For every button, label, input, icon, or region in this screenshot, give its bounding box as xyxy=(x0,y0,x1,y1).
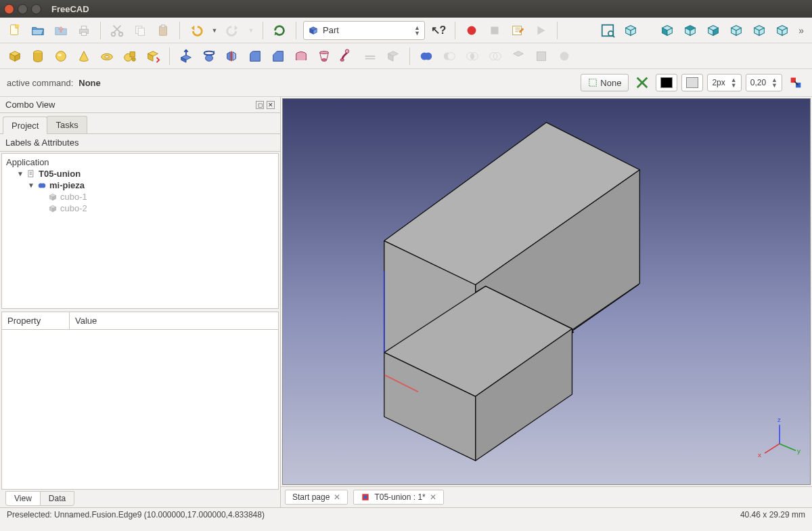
bottom-view-button[interactable] xyxy=(750,21,769,40)
workbench-selector[interactable]: Part ▲▼ xyxy=(303,21,425,40)
window-minimize-icon[interactable] xyxy=(18,4,28,14)
tab-tasks[interactable]: Tasks xyxy=(47,116,87,133)
close-tab-icon[interactable]: ✕ xyxy=(430,492,436,502)
svg-rect-38 xyxy=(537,51,546,60)
construction-mode-button[interactable] xyxy=(633,73,652,92)
part-torus-button[interactable] xyxy=(97,47,116,66)
rear-view-button[interactable] xyxy=(727,21,746,40)
svg-point-1 xyxy=(16,24,19,28)
top-view-button[interactable] xyxy=(681,21,700,40)
save-button[interactable] xyxy=(51,21,70,40)
svg-rect-14 xyxy=(602,24,614,36)
undo-menu-button[interactable]: ▼ xyxy=(210,21,219,40)
tree-expander-icon[interactable]: ▼ xyxy=(17,170,24,177)
cross-sections-button[interactable] xyxy=(532,47,551,66)
mirror-button[interactable] xyxy=(223,47,242,66)
svg-line-70 xyxy=(780,444,796,450)
line-color-swatch[interactable] xyxy=(656,74,677,91)
tree-header: Labels & Attributes xyxy=(0,134,280,152)
line-width-input[interactable]: 2px▲▼ xyxy=(707,74,741,91)
tab-start-page[interactable]: Start page ✕ xyxy=(285,490,348,505)
part-box-button[interactable] xyxy=(5,47,24,66)
tree-fusion[interactable]: ▼ mi-pieza xyxy=(28,179,275,191)
svg-point-39 xyxy=(560,51,569,60)
refresh-button[interactable] xyxy=(270,21,289,40)
svg-point-26 xyxy=(320,51,329,54)
fill-color-swatch[interactable] xyxy=(681,74,703,91)
copy-button[interactable] xyxy=(131,21,150,40)
window-maximize-icon[interactable] xyxy=(31,4,41,14)
model-tree[interactable]: Application ▼ T05-union ▼ mi-pieza cubo-… xyxy=(1,153,279,309)
toolbar-overflow-icon[interactable]: » xyxy=(796,25,807,36)
right-view-button[interactable] xyxy=(704,21,723,40)
status-dimensions: 40.46 x 29.29 mm xyxy=(740,510,805,519)
paste-button[interactable] xyxy=(154,21,173,40)
value-col-header[interactable]: Value xyxy=(70,312,102,329)
boolean-fuse-button[interactable] xyxy=(417,47,436,66)
draft-style-none-button[interactable]: None xyxy=(581,74,629,91)
panel-close-icon[interactable]: ✕ xyxy=(267,101,275,109)
offset-button[interactable] xyxy=(361,47,380,66)
tab-project[interactable]: Project xyxy=(3,116,47,134)
part-cone-button[interactable] xyxy=(74,47,93,66)
redo-button[interactable] xyxy=(223,21,242,40)
new-document-button[interactable] xyxy=(5,21,24,40)
part-builder-button[interactable] xyxy=(143,47,162,66)
ruled-surface-button[interactable] xyxy=(292,47,311,66)
3d-model-render-overlay: z y x xyxy=(283,99,810,484)
workbench-label: Part xyxy=(323,25,339,35)
svg-text:z: z xyxy=(777,416,781,423)
freecad-doc-icon xyxy=(361,492,370,502)
tab-data[interactable]: Data xyxy=(40,491,74,506)
part-sphere-button[interactable] xyxy=(51,47,70,66)
font-size-input[interactable]: 0,20▲▼ xyxy=(746,74,782,91)
svg-point-15 xyxy=(608,30,613,35)
status-bar: Preselected: Unnamed.Fusion.Edge9 (10.00… xyxy=(0,507,812,521)
apply-style-button[interactable] xyxy=(786,73,805,92)
sweep-button[interactable] xyxy=(338,47,357,66)
extrude-button[interactable] xyxy=(177,47,196,66)
undo-button[interactable] xyxy=(187,21,206,40)
front-view-button[interactable] xyxy=(658,21,677,40)
fit-all-button[interactable] xyxy=(598,21,617,40)
print-button[interactable] xyxy=(74,21,93,40)
loft-button[interactable] xyxy=(315,47,334,66)
boolean-cut-button[interactable] xyxy=(440,47,459,66)
draft-none-label: None xyxy=(600,78,621,88)
tree-cube-2[interactable]: cubo-2 xyxy=(39,203,275,214)
svg-point-28 xyxy=(345,49,349,53)
part-primitives-button[interactable] xyxy=(120,47,139,66)
macro-edit-button[interactable] xyxy=(508,21,527,40)
axonometric-view-button[interactable] xyxy=(621,21,640,40)
part-refine-button[interactable] xyxy=(555,47,574,66)
revolve-button[interactable] xyxy=(200,47,219,66)
macro-run-button[interactable] xyxy=(531,21,550,40)
macro-stop-button[interactable] xyxy=(485,21,504,40)
left-view-button[interactable] xyxy=(773,21,792,40)
panel-float-icon[interactable]: ◻ xyxy=(256,101,264,109)
toolbar-part xyxy=(0,43,812,69)
tab-document-view[interactable]: T05-union : 1* ✕ xyxy=(353,490,443,505)
3d-viewport[interactable]: z y x xyxy=(282,98,811,485)
svg-rect-43 xyxy=(28,170,33,176)
tree-expander-icon[interactable]: ▼ xyxy=(28,182,35,189)
part-cylinder-button[interactable] xyxy=(28,47,47,66)
close-tab-icon[interactable]: ✕ xyxy=(334,492,340,502)
open-button[interactable] xyxy=(28,21,47,40)
cut-button[interactable] xyxy=(108,21,127,40)
chamfer-button[interactable] xyxy=(269,47,288,66)
whats-this-button[interactable]: ↖? xyxy=(429,21,448,40)
window-close-icon[interactable] xyxy=(4,4,14,14)
tab-view[interactable]: View xyxy=(5,491,41,506)
tree-root[interactable]: Application xyxy=(6,156,275,168)
boolean-section-button[interactable] xyxy=(486,47,505,66)
tree-cube-1[interactable]: cubo-1 xyxy=(39,191,275,203)
redo-menu-button[interactable]: ▼ xyxy=(246,21,256,40)
macro-record-button[interactable] xyxy=(462,21,481,40)
tree-document[interactable]: ▼ T05-union xyxy=(17,168,275,179)
property-col-header[interactable]: Property xyxy=(2,312,70,329)
thickness-button[interactable] xyxy=(384,47,403,66)
fillet-button[interactable] xyxy=(246,47,265,66)
boolean-common-button[interactable] xyxy=(463,47,482,66)
compound-button[interactable] xyxy=(509,47,528,66)
